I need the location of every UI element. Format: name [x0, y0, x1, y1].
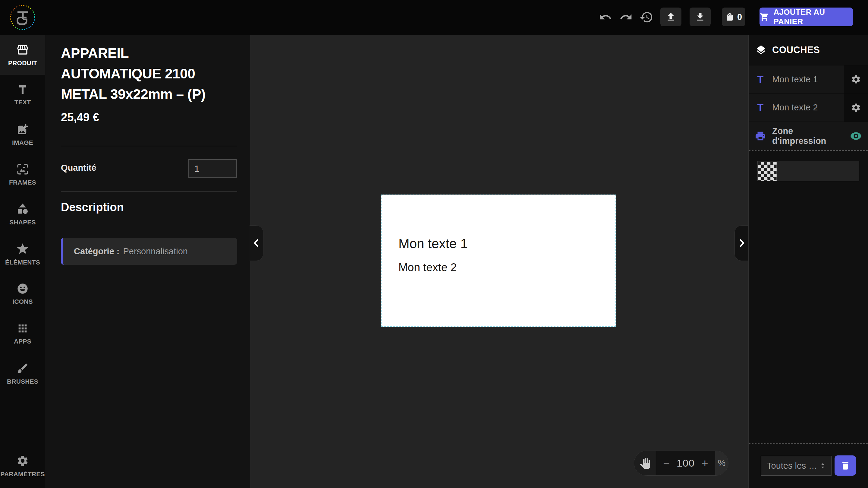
star-icon — [16, 242, 29, 255]
layer-settings-button[interactable] — [844, 93, 868, 121]
design-canvas[interactable]: Mon texte 1 Mon texte 2 — [250, 35, 748, 488]
zoom-in-button[interactable]: + — [702, 458, 708, 469]
sidebar-item-label: FRAMES — [9, 179, 36, 186]
quantity-input[interactable] — [188, 159, 237, 178]
print-zone-row[interactable]: Zone d'impression — [749, 122, 868, 150]
dashed-divider — [749, 150, 868, 151]
layer-label: Mon texte 1 — [772, 65, 844, 93]
tool-sidebar: PRODUIT TEXT IMAGE FRAMES SHAPES ÉLÉMENT… — [0, 35, 45, 488]
layer-label: Mon texte 2 — [772, 93, 844, 121]
layers-panel-header: COUCHES — [749, 35, 868, 65]
sidebar-item-text[interactable]: TEXT — [0, 75, 45, 115]
gear-icon — [851, 103, 861, 113]
history-icon — [640, 10, 653, 24]
divider — [61, 191, 237, 192]
category-value: Personnalisation — [123, 247, 187, 256]
sidebar-item-apps[interactable]: APPS — [0, 314, 45, 353]
description-heading: Description — [61, 201, 124, 214]
dashed-divider — [749, 443, 868, 444]
sidebar-item-image[interactable]: IMAGE — [0, 115, 45, 154]
layer-settings-button[interactable] — [844, 65, 868, 93]
top-bar: 0 AJOUTER AU PANIER — [0, 0, 868, 35]
sidebar-item-label: SHAPES — [9, 219, 36, 226]
text-layer-icon: T — [749, 93, 772, 121]
sidebar-item-label: ÉLÉMENTS — [5, 259, 40, 266]
product-panel: APPAREIL AUTOMATIQUE 2100 METAL 39x22mm … — [45, 35, 250, 488]
print-zone-label: Zone d'impression — [772, 122, 844, 150]
sidebar-item-produit[interactable]: PRODUIT — [0, 35, 45, 75]
history-button[interactable] — [639, 9, 654, 25]
product-title: APPAREIL AUTOMATIQUE 2100 METAL 39x22mm … — [61, 43, 224, 104]
cart-icon — [760, 12, 769, 22]
collapse-right-panel-button[interactable] — [735, 225, 748, 261]
zoom-value: 100 — [677, 457, 695, 469]
sidebar-item-icons[interactable]: ICONS — [0, 274, 45, 314]
image-add-icon — [16, 123, 29, 136]
upload-button[interactable] — [660, 7, 681, 26]
eye-icon — [850, 130, 862, 142]
text-icon — [17, 84, 28, 95]
chevron-right-icon — [736, 238, 747, 249]
sidebar-item-label: APPS — [14, 338, 31, 345]
category-label: Catégorie : — [74, 247, 119, 256]
shopping-bag-icon — [725, 12, 734, 21]
brush-icon — [16, 362, 29, 375]
background-color-swatch[interactable] — [757, 161, 859, 181]
undo-icon — [599, 10, 612, 24]
download-button[interactable] — [689, 7, 711, 26]
add-to-cart-button[interactable]: AJOUTER AU PANIER — [760, 7, 853, 26]
sidebar-item-brushes[interactable]: BRUSHES — [0, 353, 45, 393]
shapes-icon — [16, 203, 29, 216]
layers-panel-title: COUCHES — [772, 45, 820, 56]
layers-icon — [755, 44, 767, 56]
transparency-checker-icon — [758, 162, 777, 181]
hand-icon — [640, 458, 650, 469]
gear-icon — [851, 74, 861, 84]
redo-icon — [619, 10, 632, 24]
upload-icon — [665, 11, 676, 22]
collapse-left-panel-button[interactable] — [250, 225, 264, 261]
undo-button[interactable] — [598, 9, 613, 25]
canvas-text-layer-2[interactable]: Mon texte 2 — [398, 261, 457, 275]
download-icon — [695, 11, 706, 22]
zoom-toolbar: − 100 + % — [634, 451, 728, 476]
sidebar-item-elements[interactable]: ÉLÉMENTS — [0, 234, 45, 274]
text-layer-icon: T — [749, 65, 772, 93]
pan-tool-button[interactable] — [634, 451, 656, 475]
frame-icon — [16, 163, 29, 175]
layer-filter-select[interactable]: Toutes les … — [761, 456, 832, 476]
zoom-value-group: − 100 + — [656, 451, 715, 475]
layers-panel: COUCHES T Mon texte 1 T Mon texte 2 Zone… — [748, 35, 868, 488]
cart-button[interactable]: 0 — [722, 7, 745, 26]
print-zone-artboard[interactable]: Mon texte 1 Mon texte 2 — [381, 195, 616, 327]
sidebar-item-shapes[interactable]: SHAPES — [0, 194, 45, 234]
app-logo-icon — [9, 4, 36, 31]
layer-row-text-1[interactable]: T Mon texte 1 — [749, 65, 868, 93]
sidebar-item-label: PARAMÈTRES — [0, 470, 44, 478]
trash-icon — [840, 461, 850, 471]
sidebar-item-label: TEXT — [14, 98, 31, 106]
divider — [61, 146, 237, 146]
add-to-cart-label: AJOUTER AU PANIER — [773, 7, 853, 26]
printer-icon — [749, 122, 772, 150]
delete-layers-button[interactable] — [835, 455, 856, 476]
canvas-text-layer-1[interactable]: Mon texte 1 — [398, 235, 468, 252]
redo-button[interactable] — [618, 9, 634, 25]
category-card: Catégorie : Personnalisation — [61, 238, 237, 265]
layer-filter-value: Toutes les … — [767, 461, 819, 471]
sidebar-item-label: PRODUIT — [8, 59, 37, 67]
apps-grid-icon — [17, 322, 29, 335]
cart-count-badge: 0 — [737, 12, 742, 22]
sidebar-item-label: BRUSHES — [7, 378, 38, 385]
zoom-out-button[interactable]: − — [663, 458, 670, 469]
sidebar-item-label: ICONS — [12, 298, 33, 305]
sidebar-item-parametres[interactable]: PARAMÈTRES — [0, 444, 45, 488]
chevron-left-icon — [251, 238, 262, 249]
smiley-icon — [17, 283, 29, 295]
layer-row-text-2[interactable]: T Mon texte 2 — [749, 93, 868, 122]
storefront-icon — [16, 44, 29, 56]
product-price: 25,49 € — [61, 111, 99, 124]
select-arrows-icon — [819, 462, 827, 469]
sidebar-item-frames[interactable]: FRAMES — [0, 154, 45, 194]
toggle-visibility-button[interactable] — [844, 122, 868, 150]
